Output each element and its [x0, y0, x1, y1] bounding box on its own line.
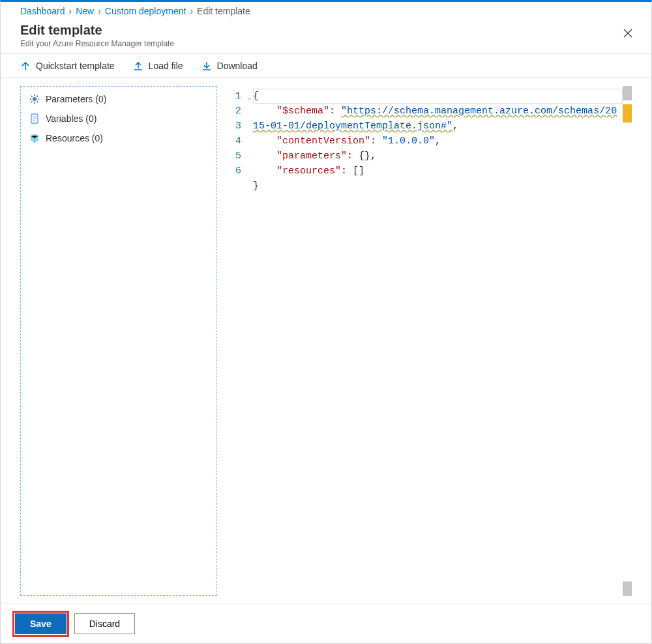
cursor-line: [253, 89, 623, 104]
tree-item-resources[interactable]: Resources (0): [21, 128, 216, 148]
quickstart-template-button[interactable]: Quickstart template: [20, 61, 115, 71]
gear-icon: [29, 93, 40, 105]
discard-button[interactable]: Discard: [74, 613, 135, 634]
document-icon: [29, 113, 40, 124]
upload-icon: [133, 61, 143, 71]
breadcrumb-custom-deployment[interactable]: Custom deployment: [105, 6, 186, 16]
tree-item-parameters[interactable]: Parameters (0): [21, 89, 216, 109]
save-button[interactable]: Save: [15, 613, 67, 634]
close-icon: [623, 28, 633, 38]
cube-icon: [29, 132, 40, 144]
code-editor[interactable]: 1 2 3 4 5 6 ⌄ { "$schema": "https://sche…: [230, 86, 638, 596]
page-header: Edit template Edit your Azure Resource M…: [1, 23, 651, 54]
line-number: 3: [235, 119, 241, 134]
breadcrumb-dashboard[interactable]: Dashboard: [20, 6, 65, 16]
content-area: Parameters (0) Variables (0) Resources (…: [1, 78, 651, 604]
toolbar-label: Load file: [149, 61, 183, 71]
breadcrumb: Dashboard › New › Custom deployment › Ed…: [1, 2, 651, 23]
load-file-button[interactable]: Load file: [133, 61, 183, 71]
toolbar-label: Download: [217, 61, 258, 71]
toolbar-label: Quickstart template: [36, 61, 115, 71]
breadcrumb-current: Edit template: [197, 6, 250, 16]
template-tree: Parameters (0) Variables (0) Resources (…: [20, 86, 217, 596]
footer: Save Discard: [1, 604, 651, 643]
scrollbar-marker: [623, 104, 632, 123]
line-number: 2: [235, 104, 241, 119]
tree-label: Resources (0): [46, 133, 103, 143]
breadcrumb-new[interactable]: New: [76, 6, 94, 16]
line-number: 1: [235, 89, 241, 104]
scrollbar-thumb[interactable]: [623, 581, 632, 596]
line-number: 6: [235, 164, 241, 179]
close-button[interactable]: [617, 23, 638, 44]
tree-label: Parameters (0): [46, 94, 106, 104]
line-number: 4: [235, 134, 241, 149]
chevron-right-icon: ›: [98, 6, 101, 16]
scrollbar-thumb[interactable]: [623, 86, 632, 100]
toolbar: Quickstart template Load file Download: [1, 54, 651, 78]
chevron-right-icon: ›: [190, 6, 193, 16]
fold-chevron-icon[interactable]: ⌄: [247, 90, 252, 105]
line-gutter: 1 2 3 4 5 6 ⌄: [230, 86, 253, 596]
chevron-right-icon: ›: [69, 6, 72, 16]
svg-point-0: [33, 97, 37, 101]
page-title: Edit template: [20, 23, 640, 38]
line-number: 5: [235, 149, 241, 164]
arrow-up-icon: [20, 61, 31, 71]
editor-scrollbar[interactable]: [623, 86, 632, 596]
download-button[interactable]: Download: [201, 61, 258, 71]
tree-item-variables[interactable]: Variables (0): [21, 109, 216, 128]
code-body[interactable]: { "$schema": "https://schema.management.…: [253, 86, 623, 596]
page-subtitle: Edit your Azure Resource Manager templat…: [20, 39, 640, 48]
tree-label: Variables (0): [46, 113, 96, 124]
download-icon: [201, 61, 212, 71]
